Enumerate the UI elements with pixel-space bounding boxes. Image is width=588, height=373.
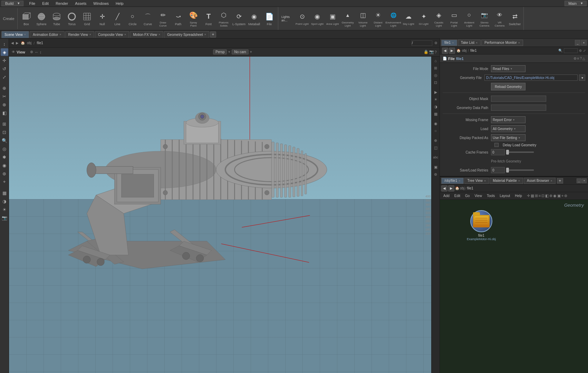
tool-circle[interactable]: ○ Circle (125, 8, 140, 29)
tool-area-light[interactable]: ▣ Area Light (325, 8, 340, 29)
node-icon-7[interactable]: ⊕ (549, 194, 552, 198)
node-icon-2[interactable]: ▦ (531, 194, 534, 198)
left-tool-pivot[interactable]: ⌖ (1, 178, 8, 186)
rbc-minimize[interactable]: _ (577, 178, 581, 183)
rpanel-back[interactable]: ◀ (442, 48, 448, 54)
node-edit[interactable]: Edit (453, 194, 462, 198)
rpanel-settings-icon[interactable]: ⚙ (579, 49, 582, 52)
tool-line[interactable]: ╱ Line (110, 8, 125, 29)
tool-vr-camera[interactable]: 👁 VR Camera (492, 8, 507, 29)
rpanel-bc-obj[interactable]: obj (462, 49, 466, 52)
rpanel-search-input[interactable] (564, 48, 578, 53)
left-tool-light-toggle[interactable]: ☀ (1, 206, 8, 213)
tool-point-light[interactable]: ⊙ Point Light (295, 8, 309, 29)
left-tool-select[interactable]: ◈ (1, 48, 8, 56)
tool-font[interactable]: T Font (201, 8, 216, 29)
view-lock-icon[interactable]: 🔒 (424, 50, 428, 54)
left-tool-rotate[interactable]: ↺ (1, 65, 8, 72)
menu-file[interactable]: File (28, 1, 37, 6)
tool-spot-light[interactable]: ◉ Spot Light (310, 8, 325, 29)
tool-env-light[interactable]: 🌐 Environment Light (386, 8, 401, 29)
display-packed-select[interactable]: Use File Setting ▾ (491, 134, 526, 141)
rpanel-fwd[interactable]: ▶ (449, 48, 455, 54)
rpanel-tab-perf-monitor[interactable]: Performance Monitor × (481, 40, 523, 46)
tool-curve[interactable]: ⌒ Curve (141, 8, 155, 29)
node-icon-3[interactable]: ⊞ (535, 194, 538, 198)
vp-side-orbit[interactable]: ◎ (432, 72, 439, 79)
left-tool-paint[interactable]: ◉ (1, 161, 8, 169)
cache-frames-slider[interactable] (506, 151, 534, 153)
rbn-obj[interactable]: obj (460, 186, 464, 190)
tool-lights[interactable]: Lights an... (280, 8, 294, 29)
tab-geo-spreadsheet[interactable]: Geometry Spreadsheet × (164, 31, 209, 38)
file-panel-list[interactable]: ≡ (577, 57, 579, 60)
right-tab-file1-path[interactable]: /obj/file1 × (441, 178, 464, 184)
vp-side-snap[interactable]: ⊕ (432, 137, 439, 144)
load-select[interactable]: All Geometry ▾ (491, 125, 526, 132)
rpanel-tab-take-list[interactable]: Take List × (458, 40, 481, 46)
tab-render-view[interactable]: Render View × (65, 31, 94, 38)
tool-box[interactable]: Box (19, 8, 33, 29)
right-tab-material[interactable]: Material Palette × (490, 178, 523, 184)
tool-volume-light[interactable]: ◫ Volume Light (356, 8, 370, 29)
right-tab-asset[interactable]: Asset Browser × (524, 178, 556, 184)
geo-file-input[interactable] (484, 75, 578, 81)
render-view-close[interactable]: × (89, 33, 91, 36)
right-tab-close[interactable]: × (459, 179, 460, 183)
tool-platonic[interactable]: ⬡ Platonic Solids (216, 8, 231, 29)
node-icon-6[interactable]: ◧ (545, 194, 549, 198)
left-tool-orbit[interactable]: ◎ (1, 145, 8, 153)
tool-gi-light[interactable]: ✦ GI Light (416, 8, 431, 29)
anim-editor-close[interactable]: × (59, 33, 61, 36)
viewport-nav-fwd[interactable]: ▶ (16, 41, 19, 45)
save-retries-slider[interactable] (506, 169, 534, 171)
tool-file[interactable]: 📄 File (262, 8, 277, 29)
tab-animation-editor[interactable]: Animation Editor × (30, 31, 65, 38)
menu-render[interactable]: Render (54, 1, 69, 6)
tool-spray-paint[interactable]: 🎨 Spray Paint (186, 8, 201, 29)
tool-distant-light[interactable]: ☀ Distant Light (371, 8, 385, 29)
motion-fx-close[interactable]: × (158, 33, 160, 36)
cache-frames-input[interactable] (491, 149, 505, 155)
left-tool-add[interactable]: ⊕ (1, 84, 8, 92)
tool-torus[interactable]: Torus (65, 8, 79, 29)
file-panel-collapse[interactable]: △ (582, 57, 585, 60)
tool-tube[interactable]: Tube (49, 8, 64, 29)
left-tool-magnet[interactable]: ⊛ (1, 170, 8, 177)
vp-side-render[interactable]: ▶ (432, 89, 439, 96)
scene-view-close[interactable]: × (24, 33, 26, 36)
missing-frame-select[interactable]: Report Error ▾ (491, 116, 526, 123)
rpanel-expand-icon[interactable]: ⤢ (583, 49, 586, 52)
node-icon-11[interactable]: ⊛ (564, 194, 567, 198)
rpanel-take-list-close[interactable]: × (476, 41, 478, 45)
right-tab-tree[interactable]: Tree View × (464, 178, 489, 184)
reload-geometry-button[interactable]: Reload Geometry (491, 83, 526, 90)
tool-grid[interactable]: Grid (80, 8, 94, 29)
path-input[interactable] (412, 40, 432, 46)
node-canvas[interactable]: Geometry file1 ExampleMotor-Hi.obj (440, 200, 588, 373)
menu-windows[interactable]: Windows (92, 1, 110, 6)
persp-button[interactable]: Persp (213, 49, 227, 55)
vp-side-show[interactable]: ○ (432, 127, 439, 134)
breadcrumb-file1[interactable]: file1 (37, 41, 43, 45)
node-icon-10[interactable]: ⌖ (561, 194, 563, 198)
geo-data-path-input[interactable] (491, 105, 546, 111)
vp-side-material[interactable]: ◑ (432, 103, 439, 110)
geo-file-browse[interactable]: ▾ (579, 75, 585, 81)
view-camera-icon[interactable]: 📷 (429, 50, 434, 54)
tool-null[interactable]: ✛ Null (95, 8, 109, 29)
vp-side-wire[interactable]: ▦ (432, 110, 439, 117)
left-tool-snap[interactable]: ⊡ (1, 128, 8, 136)
node-go[interactable]: Go (464, 194, 471, 198)
save-retries-input[interactable] (491, 167, 505, 173)
tool-switcher[interactable]: ⇄ Switcher (508, 8, 522, 29)
left-tool-zoom[interactable]: 🔍 (1, 137, 8, 144)
tab-scene-view[interactable]: Scene View × (1, 31, 29, 38)
viewport-3d[interactable]: 400 380 360 340 320 300 280 260 240 220 (9, 57, 431, 373)
vp-side-abc[interactable]: abc (432, 154, 439, 161)
left-tool-cut[interactable]: ✂ (1, 92, 8, 100)
tool-lsystem[interactable]: ⟳ L-System (232, 8, 246, 29)
left-tool-grid[interactable]: ⊞ (1, 120, 8, 128)
menu-help[interactable]: Help (114, 1, 125, 6)
left-tool-split[interactable]: ◧ (1, 109, 8, 117)
